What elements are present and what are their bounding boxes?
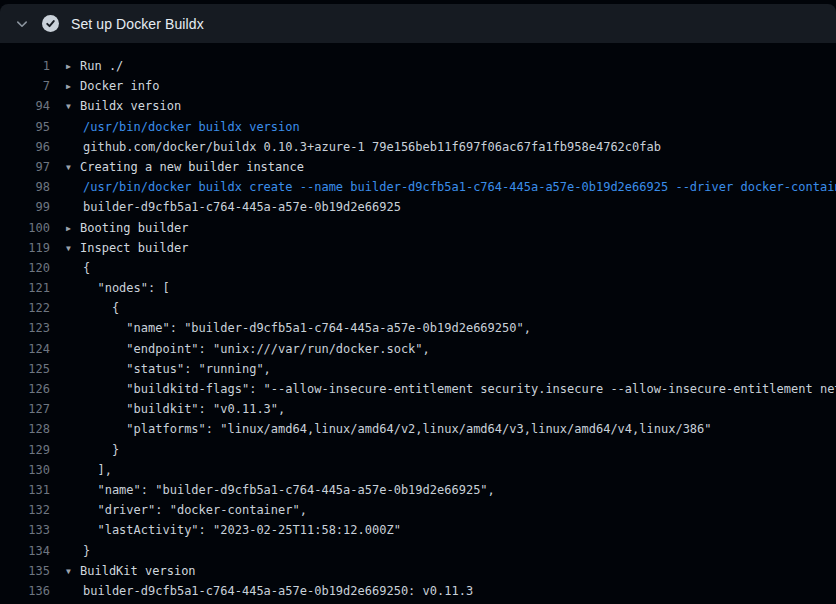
line-number[interactable]: 99	[0, 197, 50, 217]
step-header[interactable]: Set up Docker Buildx	[0, 4, 836, 43]
triangle-down-icon[interactable]: ▼	[66, 158, 80, 178]
line-text: Inspect builder	[80, 241, 188, 255]
line-text: "driver": "docker-container",	[83, 503, 307, 517]
line-number[interactable]: 129	[0, 440, 50, 460]
chevron-down-icon[interactable]	[15, 17, 29, 31]
log-line: 134}	[0, 541, 836, 561]
log-lines: 1▶Run ./7▶Docker info94▼Buildx version95…	[0, 43, 836, 601]
line-number[interactable]: 7	[0, 76, 50, 96]
log-line: 130 ],	[0, 460, 836, 480]
log-line: 129 }	[0, 440, 836, 460]
line-text: ],	[83, 463, 112, 477]
triangle-down-icon[interactable]: ▼	[66, 97, 80, 117]
line-content: "driver": "docker-container",	[66, 500, 307, 520]
line-content: {	[66, 258, 90, 278]
log-line: 128 "platforms": "linux/amd64,linux/amd6…	[0, 419, 836, 439]
line-content: ],	[66, 460, 112, 480]
line-text: "endpoint": "unix:///var/run/docker.sock…	[83, 342, 430, 356]
log-line: 121 "nodes": [	[0, 278, 836, 298]
log-line: 132 "driver": "docker-container",	[0, 500, 836, 520]
log-line: 123 "name": "builder-d9cfb5a1-c764-445a-…	[0, 318, 836, 338]
line-text: "buildkitd-flags": "--allow-insecure-ent…	[83, 382, 836, 396]
line-text: /usr/bin/docker buildx create --name bui…	[83, 180, 836, 194]
line-number[interactable]: 98	[0, 177, 50, 197]
triangle-down-icon[interactable]: ▼	[66, 239, 80, 259]
line-number[interactable]: 136	[0, 581, 50, 601]
log-line: 99builder-d9cfb5a1-c764-445a-a57e-0b19d2…	[0, 197, 836, 217]
line-text: Buildx version	[80, 99, 181, 113]
line-number[interactable]: 133	[0, 520, 50, 540]
log-group-line[interactable]: 100▶Booting builder	[0, 218, 836, 238]
log-line: 120{	[0, 258, 836, 278]
line-number[interactable]: 127	[0, 399, 50, 419]
line-number[interactable]: 94	[0, 96, 50, 116]
log-group-line[interactable]: 1▶Run ./	[0, 56, 836, 76]
line-number[interactable]: 132	[0, 500, 50, 520]
line-content: }	[66, 541, 90, 561]
log-group-line[interactable]: 94▼Buildx version	[0, 96, 836, 116]
line-content: builder-d9cfb5a1-c764-445a-a57e-0b19d2e6…	[66, 197, 401, 217]
line-text: "platforms": "linux/amd64,linux/amd64/v2…	[83, 422, 712, 436]
line-number[interactable]: 97	[0, 157, 50, 177]
line-number[interactable]: 135	[0, 561, 50, 581]
line-number[interactable]: 120	[0, 258, 50, 278]
line-content: ▼Buildx version	[66, 96, 181, 116]
line-number[interactable]: 122	[0, 298, 50, 318]
step-title: Set up Docker Buildx	[71, 16, 204, 32]
line-number[interactable]: 121	[0, 278, 50, 298]
triangle-right-icon[interactable]: ▶	[66, 219, 80, 239]
log-line: 136builder-d9cfb5a1-c764-445a-a57e-0b19d…	[0, 581, 836, 601]
line-content: ▶Booting builder	[66, 218, 188, 238]
log-group-line[interactable]: 135▼BuildKit version	[0, 561, 836, 581]
line-content: github.com/docker/buildx 0.10.3+azure-1 …	[66, 137, 661, 157]
line-content: ▼Inspect builder	[66, 238, 188, 258]
line-content: "endpoint": "unix:///var/run/docker.sock…	[66, 339, 430, 359]
line-content: {	[66, 298, 119, 318]
line-content: "name": "builder-d9cfb5a1-c764-445a-a57e…	[66, 480, 495, 500]
line-text: Docker info	[80, 79, 159, 93]
line-number[interactable]: 128	[0, 419, 50, 439]
line-number[interactable]: 124	[0, 339, 50, 359]
log-group-line[interactable]: 7▶Docker info	[0, 76, 836, 96]
line-content: "name": "builder-d9cfb5a1-c764-445a-a57e…	[66, 318, 531, 338]
line-text: Creating a new builder instance	[80, 160, 304, 174]
line-number[interactable]: 119	[0, 238, 50, 258]
check-circle-icon	[42, 15, 59, 32]
line-text: {	[83, 301, 119, 315]
line-content: builder-d9cfb5a1-c764-445a-a57e-0b19d2e6…	[66, 581, 473, 601]
line-number[interactable]: 125	[0, 359, 50, 379]
log-group-line[interactable]: 97▼Creating a new builder instance	[0, 157, 836, 177]
line-number[interactable]: 131	[0, 480, 50, 500]
line-content: "status": "running",	[66, 359, 271, 379]
line-content: ▶Run ./	[66, 56, 123, 76]
line-number[interactable]: 95	[0, 117, 50, 137]
line-text: /usr/bin/docker buildx version	[83, 120, 300, 134]
line-number[interactable]: 100	[0, 218, 50, 238]
line-number[interactable]: 96	[0, 137, 50, 157]
line-number[interactable]: 126	[0, 379, 50, 399]
line-text: Run ./	[80, 59, 123, 73]
line-text: "nodes": [	[83, 281, 170, 295]
triangle-down-icon[interactable]: ▼	[66, 562, 80, 582]
log-line: 127 "buildkit": "v0.11.3",	[0, 399, 836, 419]
line-number[interactable]: 1	[0, 56, 50, 76]
log-line: 95/usr/bin/docker buildx version	[0, 117, 836, 137]
line-number[interactable]: 123	[0, 318, 50, 338]
triangle-right-icon[interactable]: ▶	[66, 77, 80, 97]
line-number[interactable]: 130	[0, 460, 50, 480]
line-text: "status": "running",	[83, 362, 271, 376]
line-content: ▼Creating a new builder instance	[66, 157, 304, 177]
line-content: ▼BuildKit version	[66, 561, 196, 581]
line-text: builder-d9cfb5a1-c764-445a-a57e-0b19d2e6…	[83, 200, 401, 214]
log-line: 124 "endpoint": "unix:///var/run/docker.…	[0, 339, 836, 359]
line-text: {	[83, 261, 90, 275]
line-number[interactable]: 134	[0, 541, 50, 561]
triangle-right-icon[interactable]: ▶	[66, 57, 80, 77]
log-line: 126 "buildkitd-flags": "--allow-insecure…	[0, 379, 836, 399]
line-text: builder-d9cfb5a1-c764-445a-a57e-0b19d2e6…	[83, 584, 473, 598]
log-line: 131 "name": "builder-d9cfb5a1-c764-445a-…	[0, 480, 836, 500]
line-text: }	[83, 544, 90, 558]
line-content: "buildkit": "v0.11.3",	[66, 399, 285, 419]
log-group-line[interactable]: 119▼Inspect builder	[0, 238, 836, 258]
log-line: 133 "lastActivity": "2023-02-25T11:58:12…	[0, 520, 836, 540]
